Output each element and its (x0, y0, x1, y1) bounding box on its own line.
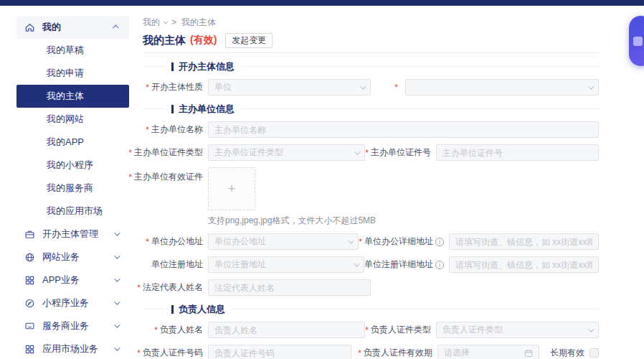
chevron-down-icon (360, 83, 366, 89)
sidebar-item-my-appmarket[interactable]: 我的应用市场 (16, 200, 129, 223)
required-asterisk: * (358, 348, 361, 358)
field-label: * (394, 83, 400, 93)
sidebar-group-label: 应用市场业务 (42, 342, 98, 355)
chevron-down-icon (114, 322, 120, 327)
sidebar-item-label: 我的主体 (47, 90, 84, 103)
field-label: *负责人证件号码 (143, 347, 203, 359)
sidebar-group-my[interactable]: 我的 (16, 16, 129, 39)
required-asterisk: * (365, 325, 369, 335)
chevron-down-icon (588, 83, 594, 89)
sidebar-item-my-websites[interactable]: 我的网站 (16, 108, 129, 131)
chevron-down-icon (163, 19, 168, 24)
status-badge: (有效) (190, 34, 217, 47)
section-manager-info: 负责人信息 (143, 304, 599, 314)
subject-nature-select[interactable]: 单位 (208, 79, 371, 95)
sidebar-group-subject-mgmt[interactable]: 开办主体管理 (16, 223, 129, 246)
page-title: 我的主体 (143, 34, 186, 47)
sidebar-group-label: 小程序业务 (42, 297, 89, 309)
monitor-icon (24, 321, 35, 332)
required-asterisk: * (137, 283, 141, 293)
field-label: *主办单位有效证件 (143, 167, 203, 183)
manager-cert-no-input[interactable] (208, 345, 351, 359)
sidebar-group-label: APP业务 (42, 274, 80, 286)
manager-cert-type-select[interactable]: 负责人证件类型 (436, 322, 599, 338)
sidebar-item-my-subject[interactable]: 我的主体 (16, 85, 129, 108)
sidebar-item-label: 我的APP (47, 136, 84, 149)
sidebar: 我的 我的草稿 我的申请 我的主体 我的网站 我的APP 我的小程序 我的服务商… (0, 6, 129, 359)
office-address-select[interactable]: 单位办公地址 (208, 233, 359, 250)
section-title: 主办单位信息 (179, 104, 235, 113)
office-address-detail-input[interactable] (449, 233, 599, 250)
chevron-down-icon (114, 299, 120, 304)
sidebar-group-label: 开办主体管理 (42, 228, 98, 241)
longterm-checkbox[interactable] (589, 348, 599, 358)
chevron-down-icon (114, 230, 120, 236)
chevron-down-icon (114, 276, 120, 281)
sidebar-group-app-biz[interactable]: APP业务 (16, 269, 129, 292)
chevron-down-icon (354, 149, 360, 154)
sidebar-group-website-biz[interactable]: 网站业务 (16, 246, 129, 269)
org-cert-no-input[interactable] (436, 144, 599, 161)
chevron-down-icon (114, 253, 120, 258)
required-asterisk: * (365, 148, 369, 158)
field-label: *单位办公详细地址i (359, 236, 444, 248)
field-label: 单位注册地址 (143, 258, 203, 271)
info-icon[interactable]: i (435, 238, 444, 246)
divider (143, 52, 599, 53)
chevron-down-icon (354, 261, 359, 266)
subject-nature-extra-select[interactable] (405, 79, 599, 95)
sidebar-item-my-miniprogram[interactable]: 我的小程序 (16, 154, 129, 177)
sidebar-item-label: 我的小程序 (47, 159, 93, 172)
sidebar-group-my-label: 我的 (42, 21, 61, 34)
field-label: *负责人证件有效期 (358, 347, 432, 359)
sidebar-item-label: 我的服务商 (47, 182, 93, 195)
sidebar-item-my-provider[interactable]: 我的服务商 (16, 177, 129, 200)
required-asterisk: * (359, 237, 362, 247)
sidebar-group-appmarket-biz[interactable]: 应用市场业务 (16, 337, 129, 359)
registered-address-detail-input[interactable] (449, 256, 599, 273)
validity-date-input[interactable]: 请选择 (437, 345, 539, 359)
org-cert-type-select[interactable]: 主办单位证件类型 (208, 144, 365, 161)
field-label: *开办主体性质 (143, 81, 203, 93)
field-label: *主办单位名称 (143, 123, 203, 136)
field-label: *主办单位证件号 (365, 146, 431, 159)
top-brand-bar (0, 0, 644, 6)
required-asterisk: * (146, 83, 149, 93)
required-asterisk: * (146, 125, 149, 135)
field-label: 单位注册详细地址i (364, 258, 444, 271)
section-subject-info: 开办主体信息 (143, 62, 599, 71)
cert-upload-box[interactable]: + (208, 167, 255, 210)
globe-icon (24, 252, 35, 263)
field-label: *法定代表人姓名 (143, 281, 203, 294)
registered-address-select[interactable]: 单位注册地址 (208, 256, 364, 273)
sidebar-item-my-app[interactable]: 我的APP (16, 131, 129, 154)
section-org-info: 主办单位信息 (143, 104, 599, 113)
chevron-down-icon (348, 238, 354, 243)
sidebar-group-provider-biz[interactable]: 服务商业务 (16, 314, 129, 337)
legal-representative-input[interactable] (208, 279, 371, 296)
sidebar-item-my-drafts[interactable]: 我的草稿 (16, 39, 129, 62)
section-title: 负责人信息 (179, 304, 225, 314)
sidebar-group-label: 网站业务 (42, 251, 80, 264)
manager-name-input[interactable] (208, 322, 365, 338)
required-asterisk: * (137, 348, 141, 358)
home-icon (24, 22, 35, 33)
plus-icon: + (227, 181, 235, 197)
initiate-change-button[interactable]: 发起变更 (225, 33, 273, 48)
field-label: *负责人证件类型 (365, 324, 431, 336)
upload-hint: 支持png,jpeg,jpg格式，文件大小不超过5MB (208, 215, 376, 227)
info-icon[interactable]: i (435, 261, 444, 269)
required-asterisk: * (394, 83, 398, 93)
sidebar-group-miniprogram-biz[interactable]: 小程序业务 (16, 292, 129, 314)
org-name-input[interactable] (208, 121, 599, 138)
required-asterisk: * (146, 237, 149, 247)
breadcrumb-separator: > (171, 17, 176, 27)
breadcrumb-current: 我的主体 (181, 17, 216, 29)
floating-helper-widget[interactable] (629, 16, 644, 66)
breadcrumb-root[interactable]: 我的 (143, 17, 160, 29)
longterm-label: 长期有效 (550, 347, 584, 359)
sidebar-item-my-applications[interactable]: 我的申请 (16, 62, 129, 85)
sidebar-item-label: 我的申请 (47, 67, 84, 80)
sidebar-item-label: 我的应用市场 (47, 205, 103, 218)
chevron-up-icon (113, 24, 118, 30)
